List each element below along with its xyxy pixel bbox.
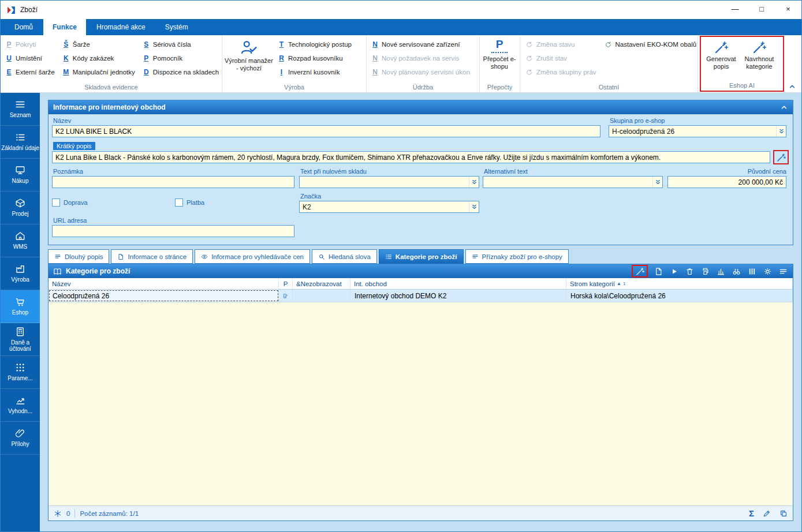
snowflake-icon[interactable] [54,509,62,518]
panel-menu-button[interactable] [778,266,788,276]
ribbon-item-sarze[interactable]: ŠŠarže [59,38,139,51]
skupina-label: Skupina pro e-shop [610,117,665,124]
sidebar-item-nakup[interactable]: Nákup [1,159,40,192]
dots-grid-icon [15,362,25,373]
collapse-panel-icon[interactable] [780,103,788,111]
doprava-checkbox[interactable] [52,198,60,207]
cell-nazev[interactable]: Celoodpružená 26 [49,290,279,302]
generovat-popis-button[interactable]: Generovat popis [702,38,740,81]
znacka-label: Značka [300,193,321,200]
puvodni-cena-input[interactable] [667,176,786,188]
ribbon-group-label: Eshop AI [702,81,782,91]
columns-button[interactable] [747,266,757,276]
settings-button[interactable] [762,266,773,276]
cell-nezobrazovat[interactable] [293,290,350,302]
sort-ascending-icon: ▲ [617,281,621,286]
search-button[interactable] [731,266,741,276]
dropdown-button[interactable] [652,177,662,188]
ribbon-item-umisteni[interactable]: UUmístění [2,51,59,65]
sidebar-item-vyhodnoceni[interactable]: Vyhodn... [1,389,40,422]
tab-priznaky-zbozi[interactable]: Příznaky zboží pro e-shopy [465,249,569,264]
ribbon-item-pomocnik[interactable]: PPomocník [139,51,223,65]
ribbon-bigbutton-vyrobni-manazer[interactable]: Výrobní manažer - výchozí [223,36,274,83]
ribbon-collapse-icon[interactable] [788,83,796,91]
menu-icon [15,99,25,110]
ribbon-item-zmena-stavu: Změna stavu [521,38,600,51]
ribbon-item-externi-sarze[interactable]: EExterní šarže [2,65,59,79]
poznamka-input[interactable] [52,176,294,188]
run-button[interactable] [669,266,679,276]
column-header-nazev[interactable]: Název [49,278,279,289]
dropdown-button[interactable] [776,126,786,137]
dropdown-button[interactable] [469,201,479,212]
poznamka-label: Poznámka [53,168,83,175]
ai-categories-wand-button[interactable] [632,265,648,278]
sidebar-item-prilohy[interactable]: Přílohy [1,422,40,455]
dropdown-button[interactable] [469,177,479,188]
new-record-button[interactable] [653,266,663,276]
copy-icon[interactable] [779,509,788,518]
chart-button[interactable] [715,266,726,276]
ribbon-item-inverzni-kusovnik[interactable]: IInverzní kusovník [274,65,356,79]
ribbon-tab-system[interactable]: Systém [156,19,197,35]
tab-dlouhy-popis[interactable]: Dlouhý popis [48,249,109,264]
tab-kategorie-pro-zbozi[interactable]: Kategorie pro zboží [379,249,464,264]
ribbon-item-nastaveni-eko-kom[interactable]: Nastavení EKO-KOM obalů [600,38,701,51]
sidebar-item-zakladni-udaje[interactable]: Základní údaje [1,126,40,159]
ribbon-item-technologicky-postup[interactable]: TTechnologický postup [274,38,356,51]
ribbon-item-dispozice[interactable]: DDispozice na skladech [139,65,223,79]
grid-status-bar: 0 Počet záznamů: 1/1 Σ [49,505,793,520]
ribbon-item-seriova-cisla[interactable]: SSériová čísla [139,38,223,51]
cell-p[interactable] [279,290,293,302]
navrhnout-kategorie-button[interactable]: Navrhnout kategorie [740,38,778,81]
text-lines-icon [54,253,61,260]
nazev-input[interactable] [52,125,600,137]
sidebar-item-seznam[interactable]: Seznam [1,93,40,126]
sidebar-item-prodej[interactable]: Prodej [1,192,40,224]
minimize-button[interactable]: — [722,1,748,17]
ribbon-tab-hromadne-akce[interactable]: Hromadné akce [87,19,155,35]
kratky-popis-input[interactable] [52,151,770,163]
sidebar-item-wms[interactable]: WMS [1,224,40,257]
maximize-button[interactable]: □ [748,1,775,17]
cell-int-obchod[interactable]: Internetový obchod DEMO K2 [350,290,566,302]
cell-strom-kategorii[interactable]: Horská kola\Celoodpružená 26 [566,290,793,302]
eshop-info-header: Informace pro internetový obchod [49,100,793,114]
ribbon-tab-funkce[interactable]: Funkce [43,19,86,35]
column-header-int-obchod[interactable]: Int. obchod [350,278,566,289]
sidebar-item-vyroba[interactable]: Výroba [1,257,40,290]
column-header-p[interactable]: P [279,278,293,289]
ribbon-item-nove-servisovane-zarizeni[interactable]: NNové servisované zařízení [368,38,474,51]
ribbon-bigbutton-prepocet-eshopu[interactable]: P Přepočet e-shopu [481,36,518,83]
platba-checkbox[interactable] [175,198,183,207]
sidebar-item-dane-a-uctovani[interactable]: Daně a účtování [1,323,40,356]
table-row[interactable]: Celoodpružená 26 Internetový obchod DEMO… [49,290,793,302]
skupina-combo[interactable]: H-celoodpružená 26 [609,125,786,137]
magnifier-icon [318,253,325,260]
alternativni-text-combo[interactable] [483,176,663,188]
eshop-info-form: Název Skupina pro e-shop H-celoodpružená… [49,114,793,245]
ribbon-tab-domu[interactable]: Domů [5,19,42,35]
sidebar-item-parametry[interactable]: Parame... [1,356,40,389]
pencil-icon[interactable] [763,509,771,518]
ribbon-item-manipulacni-jednotky[interactable]: MManipulační jednotky [59,65,139,79]
tab-informace-o-strance[interactable]: Informace o stránce [111,249,193,264]
nazev-label: Název [53,117,71,124]
text-nulovy-combo[interactable] [299,176,479,188]
grid-empty-area [49,302,793,505]
sum-button[interactable]: Σ [749,508,754,518]
bar-chart-icon [717,267,725,276]
delete-button[interactable] [684,266,695,276]
close-button[interactable]: × [775,1,801,17]
column-header-nezobrazovat[interactable]: &Nezobrazovat [293,278,350,289]
print-button[interactable] [700,266,710,276]
column-header-strom-kategorii[interactable]: Strom kategorií▲1 [566,278,793,289]
ribbon-item-kody-zakazek[interactable]: KKódy zakázek [59,51,139,65]
generate-description-wand-button[interactable] [773,150,789,164]
tab-hledana-slova[interactable]: Hledaná slova [312,249,377,264]
tab-informace-pro-vyhledavace-cen[interactable]: Informace pro vyhledávače cen [195,249,310,264]
ribbon-item-rozpad-kusovniku[interactable]: RRozpad kusovníku [274,51,356,65]
sidebar-item-eshop[interactable]: Eshop [1,290,40,323]
url-adresa-input[interactable] [52,225,294,237]
znacka-combo[interactable]: K2 [299,201,479,213]
